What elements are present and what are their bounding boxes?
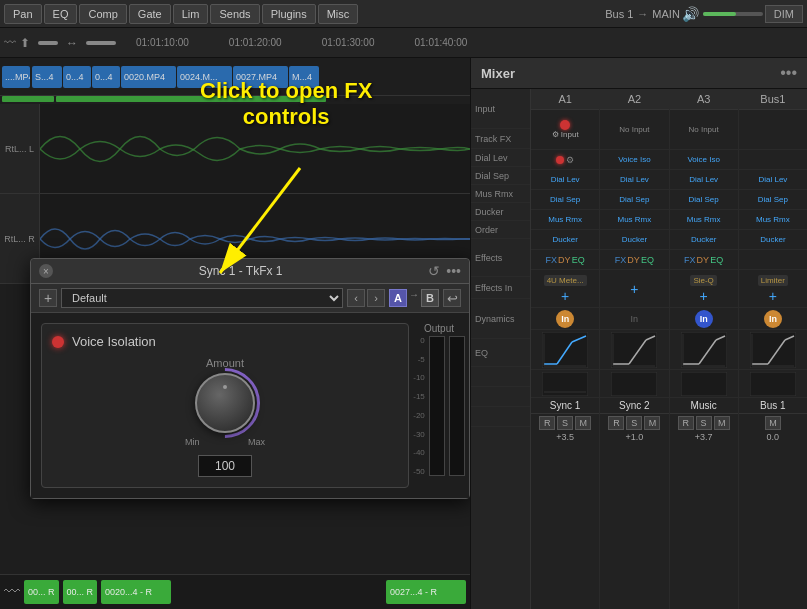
clip-04b[interactable]: 0...4: [92, 66, 120, 88]
timeline-scrubber[interactable]: [38, 41, 58, 45]
fx-a-button[interactable]: A: [389, 289, 407, 307]
eq-button[interactable]: EQ: [44, 4, 78, 24]
ch-a2-ducker[interactable]: Ducker: [600, 230, 668, 250]
ch-bus1-musrmx[interactable]: Mus Rmx: [739, 210, 807, 230]
ch-a1-order[interactable]: FX DY EQ: [531, 250, 599, 270]
ch-a3-voiceiso[interactable]: Voice Iso: [670, 150, 738, 170]
fx-undo-button[interactable]: ↩: [443, 289, 461, 307]
ch-bus1-diallev[interactable]: Dial Lev: [739, 170, 807, 190]
ch-a2-s-btn[interactable]: S: [626, 416, 642, 430]
top-toolbar: Pan EQ Comp Gate Lim Sends Plugins Misc …: [0, 0, 807, 28]
left-right-icon: ↔: [66, 36, 78, 50]
ch-a1-ducker[interactable]: Ducker: [531, 230, 599, 250]
fx-knob[interactable]: [195, 373, 255, 433]
ch-a2-diallev[interactable]: Dial Lev: [600, 170, 668, 190]
ch-bus1-ducker[interactable]: Ducker: [739, 230, 807, 250]
ch-a1-r-btn[interactable]: R: [539, 416, 555, 430]
timeline-zoom[interactable]: [86, 41, 116, 45]
sends-button[interactable]: Sends: [210, 4, 259, 24]
ch-a3-musrmx[interactable]: Mus Rmx: [670, 210, 738, 230]
fx-reset-button[interactable]: ↺: [428, 263, 440, 279]
main-area: ....MP4 S...4 0...4 0...4 0020.MP4 0024.…: [0, 58, 807, 609]
timeline-up-icon[interactable]: ⬆: [20, 36, 30, 50]
ch-a1-dialsep[interactable]: Dial Sep: [531, 190, 599, 210]
ch-a2-voiceiso[interactable]: Voice Iso: [600, 150, 668, 170]
clip-m4[interactable]: M...4: [289, 66, 319, 88]
ch-a1-musrmx[interactable]: Mus Rmx: [531, 210, 599, 230]
fx-value-display[interactable]: 100: [198, 455, 252, 477]
ch-a3-add-effect[interactable]: +: [700, 289, 708, 303]
ch-a2-musrmx[interactable]: Mus Rmx: [600, 210, 668, 230]
ch-a2-effectsin-text: In: [631, 314, 639, 324]
fx-b-button[interactable]: B: [421, 289, 439, 307]
fx-more-button[interactable]: •••: [446, 263, 461, 279]
ch-bus1-effectsin-dot[interactable]: In: [764, 310, 782, 328]
ch-bus1-m-btn[interactable]: M: [765, 416, 781, 430]
pan-button[interactable]: Pan: [4, 4, 42, 24]
fx-nav-next[interactable]: ›: [367, 289, 385, 307]
ch-a3-order[interactable]: FX DY EQ: [670, 250, 738, 270]
ch-bus1-add-effect[interactable]: +: [769, 289, 777, 303]
ch-a1-fx-icon[interactable]: ⚙: [566, 155, 574, 165]
ch-a1-m-btn[interactable]: M: [575, 416, 591, 430]
clip-0027mp4[interactable]: 0027.MP4: [233, 66, 288, 88]
fx-nav-prev[interactable]: ‹: [347, 289, 365, 307]
ch-a2-dialsep[interactable]: Dial Sep: [600, 190, 668, 210]
lim-button[interactable]: Lim: [173, 4, 209, 24]
clip-0024[interactable]: 0024.M...: [177, 66, 232, 88]
ch-bus1-effectsin[interactable]: In: [739, 308, 807, 330]
ch-a1-s-btn[interactable]: S: [557, 416, 573, 430]
ch-bus1-dynamics: [739, 330, 807, 370]
ch-a1-add-effect[interactable]: +: [561, 289, 569, 303]
ch-a3-effectsin-dot[interactable]: In: [695, 310, 713, 328]
ch-a1-effect-item[interactable]: 4U Mete...: [544, 275, 587, 286]
clip-mp4[interactable]: ....MP4: [2, 66, 30, 88]
svg-rect-16: [611, 372, 657, 396]
fx-plugin-name: Voice Isolation: [72, 334, 156, 349]
ch-a2-m-btn[interactable]: M: [644, 416, 660, 430]
speaker-icon: 🔊: [682, 6, 699, 22]
ch-bus1-dialsep[interactable]: Dial Sep: [739, 190, 807, 210]
ch-a3-diallev[interactable]: Dial Lev: [670, 170, 738, 190]
comp-button[interactable]: Comp: [79, 4, 126, 24]
ch-a1-rec-dot[interactable]: [560, 120, 570, 130]
ch-a1-effectsin[interactable]: In: [531, 308, 599, 330]
video-track-row: ....MP4 S...4 0...4 0...4 0020.MP4 0024.…: [0, 58, 470, 96]
ch-bus1-effects: Limiter +: [739, 270, 807, 308]
fx-power-led[interactable]: [52, 336, 64, 348]
ch-a3-dialsep[interactable]: Dial Sep: [670, 190, 738, 210]
clip-0020mp4[interactable]: 0020.MP4: [121, 66, 176, 88]
gate-button[interactable]: Gate: [129, 4, 171, 24]
ch-a2-add-effect[interactable]: +: [630, 282, 638, 296]
ch-a2-r-btn[interactable]: R: [608, 416, 624, 430]
volume-control[interactable]: 🔊: [682, 6, 763, 22]
misc-button[interactable]: Misc: [318, 4, 359, 24]
ch-a2-order[interactable]: FX DY EQ: [600, 250, 668, 270]
ch-a1-diallev[interactable]: Dial Lev: [531, 170, 599, 190]
bottom-clip-4[interactable]: 0027...4 - R: [386, 580, 466, 604]
bottom-clip-3[interactable]: 0020...4 - R: [101, 580, 171, 604]
ch-a3-r-btn[interactable]: R: [678, 416, 694, 430]
fx-preset-select[interactable]: Default: [61, 288, 343, 308]
label-trackfx: Track FX: [471, 129, 530, 149]
ch-a3-m-btn[interactable]: M: [714, 416, 730, 430]
ch-a1-effectsin-dot[interactable]: In: [556, 310, 574, 328]
fx-close-button[interactable]: ×: [39, 264, 53, 278]
ch-bus1-effect-item[interactable]: Limiter: [758, 275, 788, 286]
ch-a1-rec-dot2[interactable]: [556, 156, 564, 164]
fx-add-button[interactable]: +: [39, 289, 57, 307]
ch-a2-effectsin[interactable]: In: [600, 308, 668, 330]
ch-a3-effect-item[interactable]: Sie-Q: [690, 275, 716, 286]
mixer-more-button[interactable]: •••: [780, 64, 797, 82]
ch-a3-effectsin[interactable]: In: [670, 308, 738, 330]
fx-toolbar: + Default ‹ › A → B ↩: [31, 284, 469, 313]
bottom-clip-2[interactable]: 00... R: [63, 580, 98, 604]
clip-s4[interactable]: S...4: [32, 66, 62, 88]
plugins-button[interactable]: Plugins: [262, 4, 316, 24]
volume-slider[interactable]: [703, 12, 763, 16]
ch-a3-ducker[interactable]: Ducker: [670, 230, 738, 250]
bottom-clip-1[interactable]: 00... R: [24, 580, 59, 604]
dim-button[interactable]: DIM: [765, 5, 803, 23]
ch-a3-s-btn[interactable]: S: [696, 416, 712, 430]
clip-04a[interactable]: 0...4: [63, 66, 91, 88]
